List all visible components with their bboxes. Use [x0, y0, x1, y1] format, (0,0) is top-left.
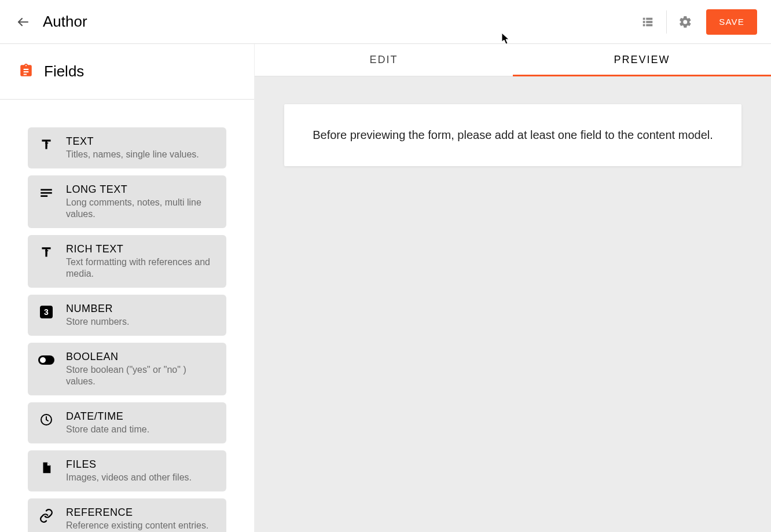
field-type-list: TEXT Titles, names, single line values. …: [0, 100, 254, 532]
settings-button[interactable]: [671, 8, 699, 36]
clipboard-icon: [19, 63, 34, 80]
text-icon: [38, 137, 54, 153]
list-icon: [641, 16, 654, 28]
field-type-long-text[interactable]: LONG TEXT Long comments, notes, multi li…: [28, 175, 226, 228]
field-type-boolean[interactable]: BOOLEAN Store boolean ("yes" or "no" ) v…: [28, 343, 226, 395]
back-button[interactable]: [12, 10, 35, 34]
svg-rect-1: [643, 17, 645, 20]
field-type-number[interactable]: 3 NUMBER Store numbers.: [28, 295, 226, 336]
file-icon: [38, 460, 54, 476]
field-desc: Store numbers.: [66, 316, 216, 328]
field-type-files[interactable]: FILES Images, videos and other files.: [28, 450, 226, 491]
save-button[interactable]: SAVE: [706, 9, 757, 35]
gear-icon: [678, 15, 692, 29]
field-desc: Titles, names, single line values.: [66, 149, 216, 160]
toggle-icon: [38, 352, 54, 368]
field-label: DATE/TIME: [66, 410, 216, 423]
field-type-text[interactable]: TEXT Titles, names, single line values.: [28, 127, 226, 168]
page-title: Author: [43, 13, 87, 31]
field-label: NUMBER: [66, 303, 216, 315]
svg-rect-9: [41, 195, 47, 197]
svg-rect-2: [647, 17, 653, 20]
field-label: LONG TEXT: [66, 184, 216, 196]
field-desc: Store boolean ("yes" or "no" ) values.: [66, 364, 216, 387]
svg-point-11: [40, 357, 46, 363]
svg-rect-4: [647, 21, 653, 23]
field-label: REFERENCE: [66, 507, 216, 519]
field-desc: Images, videos and other files.: [66, 472, 216, 483]
app-header: Author SAVE: [0, 0, 771, 44]
tab-preview[interactable]: PREVIEW: [513, 44, 771, 76]
sidebar-title: Fields: [44, 63, 84, 80]
sidebar-header: Fields: [0, 44, 254, 100]
tab-bar: EDIT PREVIEW: [255, 44, 771, 76]
preview-area: Before previewing the form, please add a…: [255, 76, 771, 532]
rich-text-icon: [38, 244, 54, 261]
list-view-button[interactable]: [634, 8, 662, 36]
long-text-icon: [38, 185, 54, 201]
svg-rect-7: [41, 189, 52, 191]
field-desc: Store date and time.: [66, 424, 216, 435]
main-panel: EDIT PREVIEW Before previewing the form,…: [255, 44, 771, 532]
field-label: FILES: [66, 458, 216, 471]
svg-rect-3: [643, 21, 645, 23]
svg-rect-5: [643, 24, 645, 26]
field-label: BOOLEAN: [66, 351, 216, 363]
field-desc: Reference existing content entries. For …: [66, 520, 216, 532]
link-icon: [38, 508, 54, 524]
field-desc: Text formatting with references and medi…: [66, 256, 216, 280]
field-label: TEXT: [66, 135, 216, 148]
number-icon: 3: [38, 304, 54, 320]
fields-sidebar: Fields TEXT Titles, names, single line v…: [0, 44, 255, 532]
tab-edit[interactable]: EDIT: [255, 44, 513, 76]
svg-rect-8: [41, 192, 52, 194]
field-type-reference[interactable]: REFERENCE Reference existing content ent…: [28, 498, 226, 532]
empty-state-message: Before previewing the form, please add a…: [284, 104, 741, 166]
field-label: RICH TEXT: [66, 243, 216, 255]
field-desc: Long comments, notes, multi line values.: [66, 197, 216, 220]
header-divider: [666, 10, 667, 34]
field-type-rich-text[interactable]: RICH TEXT Text formatting with reference…: [28, 235, 226, 288]
field-type-datetime[interactable]: DATE/TIME Store date and time.: [28, 402, 226, 443]
svg-rect-6: [647, 24, 653, 26]
arrow-left-icon: [16, 15, 30, 29]
clock-icon: [38, 412, 54, 428]
